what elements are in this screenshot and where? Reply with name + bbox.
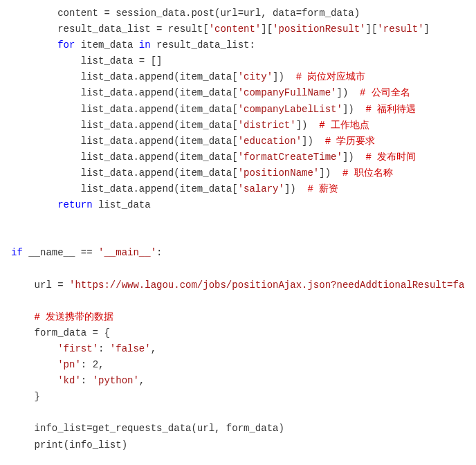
code-line: info_list=get_requests_data(url, form_da…: [11, 421, 465, 437]
code-line: [11, 213, 465, 229]
code-line: list_data.append(item_data['companyLabel…: [11, 102, 465, 118]
code-line: [11, 405, 465, 421]
code-line: list_data.append(item_data['district']) …: [11, 118, 465, 134]
copy-code-link[interactable]: 复制代码: [11, 463, 465, 465]
code-line: print(info_list): [11, 437, 465, 453]
code-line: [11, 262, 465, 277]
code-line: [11, 293, 465, 309]
code-line: list_data.append(item_data['city']) # 岗位…: [11, 69, 465, 85]
code-line: content = session_data.post(url=url, dat…: [11, 6, 465, 21]
code-line: url = 'https://www.lagou.com/jobs/positi…: [11, 277, 465, 293]
code-line: list_data.append(item_data['positionName…: [11, 165, 465, 181]
code-line: if __name__ == '__main__':: [11, 245, 465, 261]
code-line: form_data = {: [11, 325, 465, 341]
code-line: 'pn': 2,: [11, 357, 465, 373]
code-block: content = session_data.post(url=url, dat…: [11, 6, 465, 459]
code-line: list_data.append(item_data['education'])…: [11, 134, 465, 149]
code-line: return list_data: [11, 197, 465, 213]
code-line: [11, 229, 465, 245]
code-line: list_data = []: [11, 53, 465, 69]
code-line: }: [11, 389, 465, 405]
code-line: 'kd': 'python',: [11, 373, 465, 389]
code-line: list_data.append(item_data['salary']) # …: [11, 181, 465, 197]
code-line: 'first': 'false',: [11, 341, 465, 357]
code-line: list_data.append(item_data['companyFullN…: [11, 85, 465, 101]
code-line: result_data_list = result['content']['po…: [11, 21, 465, 37]
code-line: for item_data in result_data_list:: [11, 37, 465, 53]
code-line: list_data.append(item_data['formatCreate…: [11, 149, 465, 165]
code-line: # 发送携带的数据: [11, 309, 465, 325]
